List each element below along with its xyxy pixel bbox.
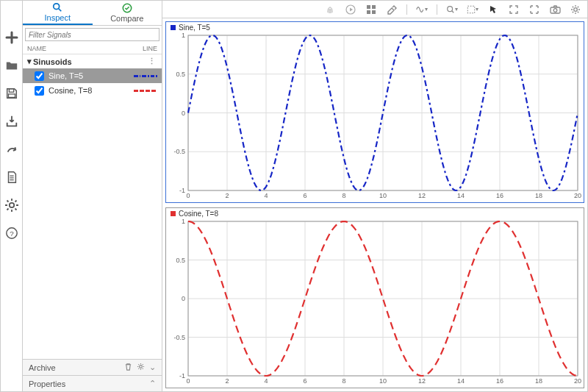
svg-text:8: 8 (342, 377, 345, 385)
divider (437, 4, 437, 15)
report-icon[interactable] (4, 170, 19, 185)
settings-icon[interactable] (4, 198, 19, 213)
signal-icon[interactable]: ▾ (416, 4, 428, 15)
svg-text:16: 16 (496, 192, 503, 199)
svg-text:-0.5: -0.5 (173, 334, 185, 341)
check-icon (122, 3, 132, 13)
fit-icon[interactable]: ▾ (467, 4, 478, 15)
group-label: Sinusoids (33, 57, 72, 66)
search-icon (52, 2, 62, 13)
signal-row[interactable]: Cosine, T=8 (23, 83, 162, 98)
plot-2[interactable]: Cosine, T=8 02468101214161820-1-0.500.51 (165, 207, 584, 388)
signal-row[interactable]: Sine, T=5 (23, 68, 162, 83)
svg-text:4: 4 (264, 192, 268, 199)
svg-text:6: 6 (303, 377, 306, 385)
list-header: NAME LINE (23, 43, 162, 54)
svg-text:16: 16 (496, 377, 503, 385)
svg-text:1: 1 (182, 218, 185, 225)
layout-grid-icon[interactable] (365, 4, 377, 15)
tab-compare-label: Compare (110, 14, 143, 23)
svg-text:2: 2 (225, 192, 229, 199)
expand-icon[interactable] (508, 4, 520, 15)
fingerprint-icon[interactable] (324, 4, 336, 15)
svg-text:?: ? (10, 229, 14, 238)
signal-checkbox[interactable] (35, 86, 44, 96)
line-style-swatch (134, 90, 159, 92)
tab-inspect[interactable]: Inspect (23, 1, 93, 25)
folder-icon[interactable] (4, 58, 19, 73)
svg-rect-1 (8, 94, 15, 97)
svg-point-17 (574, 7, 578, 11)
tab-inspect-label: Inspect (45, 13, 71, 22)
legend-swatch (171, 211, 176, 216)
left-rail: ? (1, 1, 23, 391)
svg-text:8: 8 (342, 192, 345, 199)
plot-1-title: Sine, T=5 (179, 24, 210, 32)
svg-text:4: 4 (264, 377, 268, 385)
svg-text:-0.5: -0.5 (173, 148, 185, 155)
svg-text:20: 20 (574, 377, 581, 385)
add-icon[interactable] (4, 30, 19, 45)
archive-gear-icon[interactable] (137, 363, 145, 372)
svg-text:-1: -1 (179, 372, 185, 379)
help-icon[interactable]: ? (4, 226, 19, 240)
svg-rect-9 (367, 5, 370, 9)
import-icon[interactable] (4, 114, 19, 129)
panel-footer: Archive ⌄ Properties ⌃ (23, 359, 162, 391)
svg-point-16 (553, 8, 557, 12)
svg-text:6: 6 (303, 192, 306, 199)
line-style-swatch (134, 75, 159, 77)
plot-1-canvas: 02468101214161820-1-0.500.51 (166, 22, 584, 202)
svg-text:20: 20 (574, 192, 581, 199)
svg-rect-12 (372, 10, 376, 14)
side-panel: Inspect Compare NAME LINE ▾ Sinusoids ⋮ … (23, 1, 162, 391)
chevron-down-icon[interactable]: ⌄ (149, 363, 156, 372)
camera-icon[interactable] (549, 4, 561, 15)
zoom-icon[interactable]: ▾ (446, 4, 458, 15)
svg-point-13 (448, 6, 453, 11)
plot-toolbar: ▾ ▾ ▾ (162, 1, 587, 18)
signal-checkbox[interactable] (35, 71, 44, 81)
svg-text:0: 0 (182, 295, 185, 302)
svg-text:0.5: 0.5 (176, 257, 185, 264)
trash-icon[interactable] (124, 363, 132, 372)
svg-rect-10 (372, 5, 376, 9)
svg-text:1: 1 (182, 32, 185, 39)
svg-point-7 (140, 366, 143, 368)
svg-rect-11 (367, 10, 370, 14)
svg-text:0: 0 (186, 377, 190, 385)
divider (406, 4, 407, 15)
clear-icon[interactable] (386, 4, 398, 15)
plot-1[interactable]: Sine, T=5 02468101214161820-1-0.500.51 (165, 21, 584, 203)
plot-2-legend: Cosine, T=8 (171, 210, 218, 218)
more-icon[interactable]: ⋮ (148, 57, 159, 66)
pointer-icon[interactable] (487, 4, 499, 15)
archive-row[interactable]: Archive ⌄ (23, 359, 162, 375)
properties-label: Properties (29, 379, 65, 388)
svg-text:14: 14 (457, 377, 465, 385)
properties-row[interactable]: Properties ⌃ (23, 375, 162, 391)
export-icon[interactable] (4, 142, 19, 157)
maximize-icon[interactable] (528, 4, 540, 15)
filter-signals-input[interactable] (25, 28, 159, 41)
svg-text:0.5: 0.5 (176, 71, 185, 78)
svg-text:10: 10 (379, 377, 387, 385)
run-icon[interactable] (345, 4, 356, 15)
column-name: NAME (27, 45, 143, 52)
plot-2-title: Cosine, T=8 (179, 210, 218, 218)
svg-text:-1: -1 (179, 187, 185, 194)
plot-1-legend: Sine, T=5 (171, 24, 210, 32)
svg-text:12: 12 (418, 377, 426, 385)
chevron-up-icon[interactable]: ⌃ (149, 379, 156, 388)
main-area: ▾ ▾ ▾ Sine, T=5 02468101214161820-1-0.50… (162, 1, 587, 391)
svg-text:18: 18 (535, 192, 542, 199)
group-sinusoids[interactable]: ▾ Sinusoids ⋮ (23, 54, 162, 68)
svg-text:18: 18 (535, 377, 542, 385)
gear-icon[interactable] (570, 4, 581, 15)
column-line: LINE (143, 45, 157, 52)
caret-down-icon: ▾ (26, 57, 33, 66)
save-icon[interactable] (4, 86, 19, 101)
plot-2-canvas: 02468101214161820-1-0.500.51 (166, 208, 584, 388)
svg-text:0: 0 (182, 110, 185, 117)
tab-compare[interactable]: Compare (93, 1, 162, 25)
